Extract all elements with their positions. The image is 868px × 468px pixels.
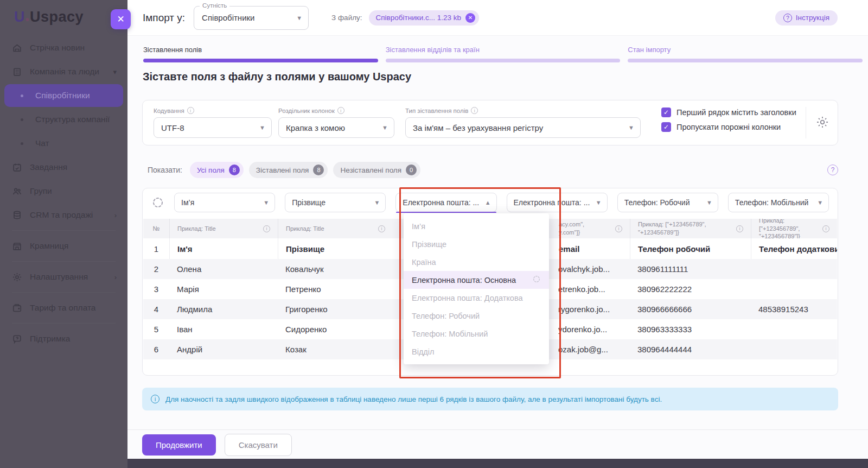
sidebar-item-employees[interactable]: Співробітники [4,84,123,107]
chevron-down-icon: ▼ [628,124,634,131]
dropdown-option[interactable]: Телефон: Робочий [404,307,549,325]
sidebar-item-groups[interactable]: Групи [4,180,123,203]
modal-header: Імпорт у: Сутність Співробітники ▼ З фай… [127,0,868,36]
sync-icon [532,275,541,285]
step-label: Стан імпорту [628,46,863,54]
dropdown-option[interactable]: Електронна пошта: Додаткова [404,289,549,307]
sidebar-item-label: Налаштування [30,272,88,282]
info-icon: i [151,395,159,403]
backdrop-strip [127,459,868,468]
mapping-select-6[interactable]: Телефон: Мобільний ▼ [728,193,829,212]
entity-select[interactable]: Сутність Співробітники ▼ [194,6,309,30]
page-title: Імпорт у: [143,12,185,24]
filter-all-fields[interactable]: Усі поля 8 [190,162,244,178]
checkbox-label: Пропускати порожні колонки [676,123,781,131]
bullet-icon [21,118,23,121]
dropdown-option-selected[interactable]: Електронна пошта: Основна [404,271,549,289]
app-window: U●Uspacy Стрічка новин Компанія та люди … [0,0,868,468]
skip-empty-columns-checkbox[interactable]: ✓ Пропускати порожні колонки [661,122,796,132]
count-badge: 8 [229,165,240,175]
filter-mapped-fields[interactable]: Зіставлені поля 8 [249,162,328,178]
sidebar-item-newsfeed[interactable]: Стрічка новин [4,36,123,59]
field-filters: Показати: Усі поля 8 Зіставлені поля 8 Н… [142,162,838,178]
step-progress-bar [386,59,621,62]
match-type-label: Тип зіставлення полівi [405,107,641,114]
building-icon [11,66,23,78]
home-icon [11,42,23,54]
filters-label: Показати: [148,166,182,174]
close-icon[interactable]: ✕ [111,9,131,29]
sidebar-divider [12,261,116,262]
instruction-label: Інструкція [796,14,829,22]
delimiter-select[interactable]: Крапка з комою ▼ [278,117,394,138]
import-options: ✓ Перший рядок містить заголовки ✓ Пропу… [661,107,796,132]
chevron-down-icon: ▼ [706,199,712,206]
bullet-icon [21,94,23,97]
field-dropdown-menu: Ім’я Прізвище Країна Електронна пошта: О… [404,213,549,364]
mapping-select-1[interactable]: Ім’я ▼ [174,193,275,212]
sidebar-item-company-structure[interactable]: Структура компанії [4,108,123,131]
step-departments-countries[interactable]: Зіставлення відділів та країн [386,46,621,62]
filter-label: Незіставлені поля [340,166,401,174]
step-field-mapping[interactable]: Зіставлення полів [143,46,378,62]
entity-select-label: Сутність [200,2,229,9]
file-chip[interactable]: Співробітники.с... 1.23 kb ✕ [369,10,479,26]
mapping-table-card: Ім’я ▼ Прізвище ▼ Електронна пошта: ... … [142,188,838,376]
uspacy-logo: U●Uspacy [0,0,127,31]
sidebar-item-tariff[interactable]: Тариф та оплата [4,296,123,319]
dropdown-option[interactable]: Телефон: Мобільний [404,325,549,343]
number-header: № [143,219,169,238]
sidebar-item-label: CRM та продажі [30,210,93,220]
step-label: Зіставлення відділів та країн [386,46,621,54]
remove-file-icon[interactable]: ✕ [465,13,475,23]
dropdown-option[interactable]: Прізвище [404,235,549,253]
match-type-select[interactable]: За ім'ям – без урахування регістру ▼ [405,117,641,138]
chevron-down-icon: ▾ [113,68,117,76]
mapping-select-2[interactable]: Прізвище ▼ [285,193,386,212]
sidebar-item-label: Компанія та люди [30,67,99,77]
filter-unmapped-fields[interactable]: Незіставлені поля 0 [333,162,420,178]
dropdown-option[interactable]: Відділ [404,343,549,361]
users-icon [11,185,23,197]
step-label: Зіставлення полів [143,46,378,54]
sidebar-divider [12,292,116,293]
sidebar-item-chat[interactable]: Чат [4,132,123,155]
sidebar-item-label: Співробітники [35,91,90,100]
chevron-right-icon: › [114,211,117,219]
sidebar-item-company-people[interactable]: Компанія та люди ▾ [4,60,123,83]
mapping-select-5[interactable]: Телефон: Робочий ▼ [617,193,718,212]
sidebar-item-tasks[interactable]: Завдання [4,156,123,179]
chevron-down-icon: ▼ [374,199,380,206]
first-row-headers-checkbox[interactable]: ✓ Перший рядок містить заголовки [661,107,796,117]
mapping-select-4[interactable]: Електронна пошта: ... ▼ [507,193,608,212]
step-import-status[interactable]: Стан імпорту [628,46,863,62]
step-progress-bar [143,59,378,62]
sidebar-item-crm[interactable]: CRM та продажі › [4,204,123,226]
delimiter-label: Роздільник колонокi [278,107,394,114]
modal-footer: Продовжити Скасувати [127,429,868,459]
calendar-check-icon [11,161,23,173]
mapping-select-3-open[interactable]: Електронна пошта: ... ▲ [395,193,496,212]
filter-label: Усі поля [197,166,225,174]
divider [806,107,806,138]
sidebar-item-support[interactable]: Підтримка [4,327,123,350]
sidebar-item-settings[interactable]: Налаштування › [4,265,123,288]
sidebar-item-label: Крамниця [30,241,68,251]
info-banner: i Для наочності та задля швидкого відобр… [142,388,838,410]
sidebar-item-label: Структура компанії [35,115,110,124]
dropdown-option[interactable]: Ім’я [404,217,549,235]
advanced-settings-gear-icon[interactable] [815,115,829,131]
step-progress-bar [628,59,863,62]
dropdown-option[interactable]: Країна [404,253,549,271]
sidebar-item-store[interactable]: Крамниця [4,235,123,257]
sync-icon [151,196,164,209]
instruction-button[interactable]: ? Інструкція [775,10,838,26]
info-icon: i [822,225,829,232]
sidebar-item-label: Групи [30,186,52,196]
continue-button[interactable]: Продовжити [142,434,216,456]
sidebar-divider [12,323,116,324]
help-icon[interactable]: ? [827,165,838,175]
cancel-button[interactable]: Скасувати [225,434,292,456]
encoding-select[interactable]: UTF-8 ▼ [154,117,272,138]
info-icon: i [263,225,270,232]
